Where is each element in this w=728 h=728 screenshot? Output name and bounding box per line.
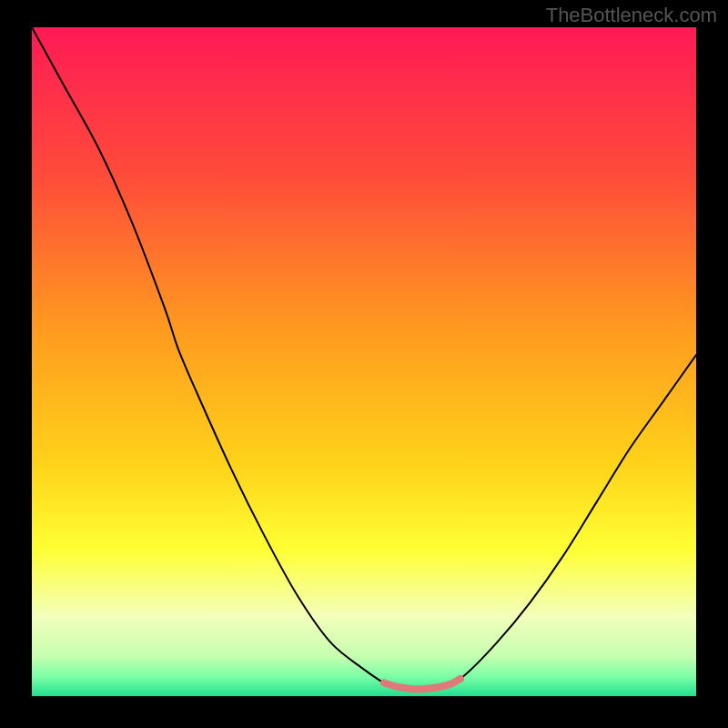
watermark-text: TheBottleneck.com (546, 4, 717, 27)
chart-svg (32, 27, 696, 696)
gradient-background (32, 27, 696, 696)
chart-plot-area (32, 27, 696, 696)
chart-container: TheBottleneck.com (0, 0, 728, 728)
